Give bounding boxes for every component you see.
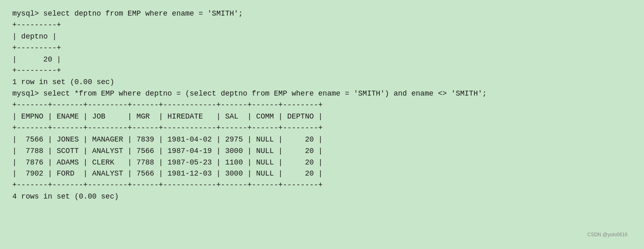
terminal-line: | 7876 | ADAMS | CLERK | 7788 | 1987-05-… (12, 157, 632, 169)
terminal-line: +-------+-------+---------+------+------… (12, 180, 632, 191)
terminal-line: 4 rows in set (0.00 sec) (12, 191, 632, 203)
watermark: CSDN @yolo0616 (587, 232, 628, 238)
terminal-line: mysql> select deptno from EMP where enam… (12, 8, 632, 20)
terminal-line: +---------+ (12, 65, 632, 77)
terminal-line: +---------+ (12, 43, 632, 54)
terminal-line: mysql> select *from EMP where deptno = (… (12, 88, 632, 100)
terminal-line: +-------+-------+---------+------+------… (12, 100, 632, 111)
terminal-line: | 7902 | FORD | ANALYST | 7566 | 1981-12… (12, 168, 632, 180)
terminal-line: | EMPNO | ENAME | JOB | MGR | HIREDATE |… (12, 111, 632, 123)
terminal-line: 1 row in set (0.00 sec) (12, 77, 632, 88)
terminal-line: | 20 | (12, 54, 632, 66)
terminal-content: mysql> select deptno from EMP where enam… (12, 8, 632, 203)
terminal-line: | deptno | (12, 31, 632, 43)
terminal-line: +---------+ (12, 20, 632, 31)
terminal-window: mysql> select deptno from EMP where enam… (12, 8, 632, 241)
terminal-line: | 7788 | SCOTT | ANALYST | 7566 | 1987-0… (12, 146, 632, 157)
terminal-line: +-------+-------+---------+------+------… (12, 123, 632, 134)
terminal-line: | 7566 | JONES | MANAGER | 7839 | 1981-0… (12, 134, 632, 146)
